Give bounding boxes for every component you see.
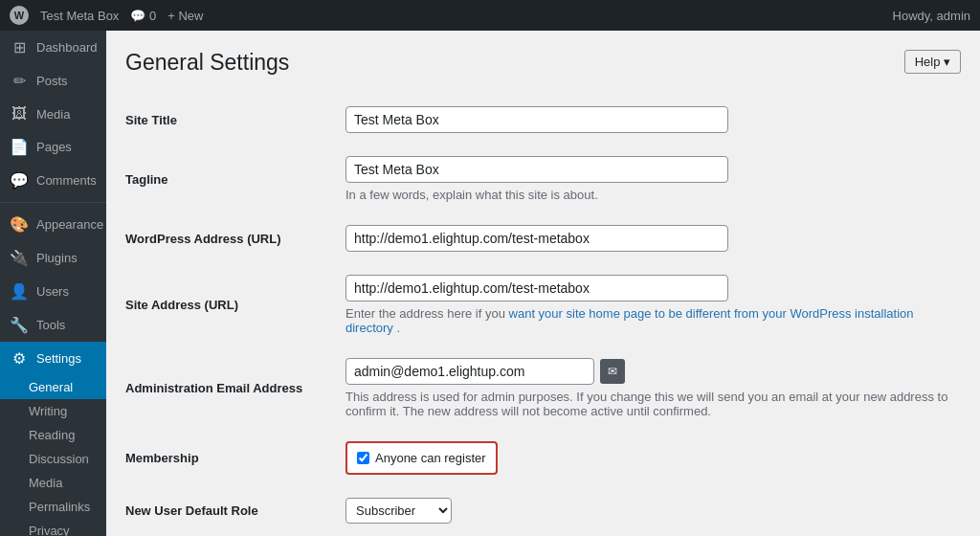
media-icon: 🖼 <box>10 105 29 123</box>
submenu-reading[interactable]: Reading <box>0 423 106 447</box>
submenu-privacy-label: Privacy <box>29 524 70 536</box>
howdy-text[interactable]: Howdy, admin <box>893 9 970 23</box>
tagline-label: Tagline <box>125 145 336 213</box>
site-title-input[interactable] <box>345 106 728 133</box>
tagline-cell: In a few words, explain what this site i… <box>336 145 961 213</box>
sidebar-label-posts: Posts <box>36 74 68 88</box>
admin-sidebar: ⊞ Dashboard ✏ Posts 🖼 Media 📄 Pages 💬 Co… <box>0 31 106 536</box>
wp-address-cell <box>336 213 961 263</box>
sidebar-item-appearance[interactable]: 🎨 Appearance <box>0 208 106 241</box>
membership-cell: Anyone can register <box>336 430 961 486</box>
settings-icon: ⚙ <box>10 349 29 368</box>
submenu-writing[interactable]: Writing <box>0 399 106 423</box>
submenu-media-label: Media <box>29 476 62 490</box>
site-address-cell: Enter the address here if you want your … <box>336 263 961 346</box>
sidebar-label-tools: Tools <box>36 318 65 332</box>
admin-email-cell: ✉ This address is used for admin purpose… <box>336 346 961 430</box>
sidebar-item-pages[interactable]: 📄 Pages <box>0 130 106 164</box>
membership-box: Anyone can register <box>345 441 498 475</box>
row-membership: Membership Anyone can register <box>125 430 961 486</box>
separator-1 <box>0 202 106 203</box>
sidebar-label-comments: Comments <box>36 173 97 188</box>
submenu-general-label: General <box>29 380 73 394</box>
membership-checkbox-label: Anyone can register <box>375 451 486 465</box>
admin-email-input[interactable] <box>345 358 594 385</box>
sidebar-label-dashboard: Dashboard <box>36 40 98 55</box>
comments-icon: 💬 <box>10 171 29 190</box>
page-header: General Settings Help ▾ <box>125 50 961 76</box>
row-wp-address: WordPress Address (URL) <box>125 213 961 263</box>
membership-label: Membership <box>125 430 336 486</box>
tools-icon: 🔧 <box>10 316 29 334</box>
adminbar-new[interactable]: + New <box>167 9 203 23</box>
pages-icon: 📄 <box>10 138 29 156</box>
submenu-permalinks[interactable]: Permalinks <box>0 495 106 519</box>
tagline-input[interactable] <box>345 156 728 183</box>
page-title: General Settings <box>125 50 289 76</box>
users-icon: 👤 <box>10 282 29 301</box>
settings-form: Site Title Tagline In a few words, expla… <box>125 95 961 536</box>
comment-icon: 💬 <box>130 9 145 23</box>
row-site-address: Site Address (URL) Enter the address her… <box>125 263 961 346</box>
submenu-permalinks-label: Permalinks <box>29 500 90 514</box>
row-tagline: Tagline In a few words, explain what thi… <box>125 145 961 213</box>
wp-address-input[interactable] <box>345 225 728 252</box>
sidebar-item-dashboard[interactable]: ⊞ Dashboard <box>0 31 106 64</box>
new-user-role-select[interactable]: Subscriber Contributor Author Editor Adm… <box>345 498 452 524</box>
site-title-label: Site Title <box>125 95 336 145</box>
admin-email-icon: ✉ <box>600 359 625 384</box>
submenu-writing-label: Writing <box>29 404 67 418</box>
row-site-title: Site Title <box>125 95 961 145</box>
adminbar-site-name[interactable]: Test Meta Box <box>40 9 119 23</box>
sidebar-label-pages: Pages <box>36 140 72 154</box>
admin-email-description: This address is used for admin purposes.… <box>345 390 951 418</box>
submenu-general[interactable]: General <box>0 375 106 399</box>
tagline-description: In a few words, explain what this site i… <box>345 188 951 202</box>
sidebar-item-plugins[interactable]: 🔌 Plugins <box>0 241 106 275</box>
sidebar-item-users[interactable]: 👤 Users <box>0 275 106 308</box>
adminbar-comments[interactable]: 💬 0 <box>130 9 156 23</box>
help-button[interactable]: Help ▾ <box>904 50 961 74</box>
membership-checkbox[interactable] <box>357 452 369 464</box>
site-address-label: Site Address (URL) <box>125 263 336 346</box>
new-user-role-cell: Subscriber Contributor Author Editor Adm… <box>336 486 961 535</box>
submenu-discussion-label: Discussion <box>29 452 89 466</box>
sidebar-label-users: Users <box>36 284 69 299</box>
wp-address-label: WordPress Address (URL) <box>125 213 336 263</box>
sidebar-item-media[interactable]: 🖼 Media <box>0 98 106 130</box>
sidebar-item-settings[interactable]: ⚙ Settings <box>0 342 106 375</box>
wp-logo[interactable]: W <box>10 6 29 25</box>
sidebar-label-appearance: Appearance <box>36 217 103 232</box>
sidebar-item-comments[interactable]: 💬 Comments <box>0 164 106 197</box>
site-address-description: Enter the address here if you want your … <box>345 306 951 335</box>
submenu-reading-label: Reading <box>29 428 75 442</box>
new-user-role-label: New User Default Role <box>125 486 336 535</box>
submenu-discussion[interactable]: Discussion <box>0 447 106 471</box>
admin-bar: W Test Meta Box 💬 0 + New Howdy, admin <box>0 0 980 31</box>
plugins-icon: 🔌 <box>10 249 29 267</box>
adminbar-right: Howdy, admin <box>893 9 970 23</box>
submenu-privacy[interactable]: Privacy <box>0 519 106 536</box>
sidebar-label-settings: Settings <box>36 351 81 366</box>
main-content: General Settings Help ▾ Site Title Tag <box>106 31 980 536</box>
row-admin-email: Administration Email Address ✉ This addr… <box>125 346 961 430</box>
sidebar-item-posts[interactable]: ✏ Posts <box>0 64 106 98</box>
dashboard-icon: ⊞ <box>10 38 29 56</box>
sidebar-item-tools[interactable]: 🔧 Tools <box>0 308 106 342</box>
row-new-user-role: New User Default Role Subscriber Contrib… <box>125 486 961 535</box>
sidebar-label-plugins: Plugins <box>36 251 78 265</box>
appearance-icon: 🎨 <box>10 215 29 234</box>
admin-email-label: Administration Email Address <box>125 346 336 430</box>
submenu-media[interactable]: Media <box>0 471 106 495</box>
sidebar-label-media: Media <box>36 107 70 122</box>
email-row: ✉ <box>345 358 951 385</box>
posts-icon: ✏ <box>10 72 29 90</box>
site-address-input[interactable] <box>345 275 728 302</box>
adminbar-left: W Test Meta Box 💬 0 + New <box>10 6 203 25</box>
site-title-cell <box>336 95 961 145</box>
